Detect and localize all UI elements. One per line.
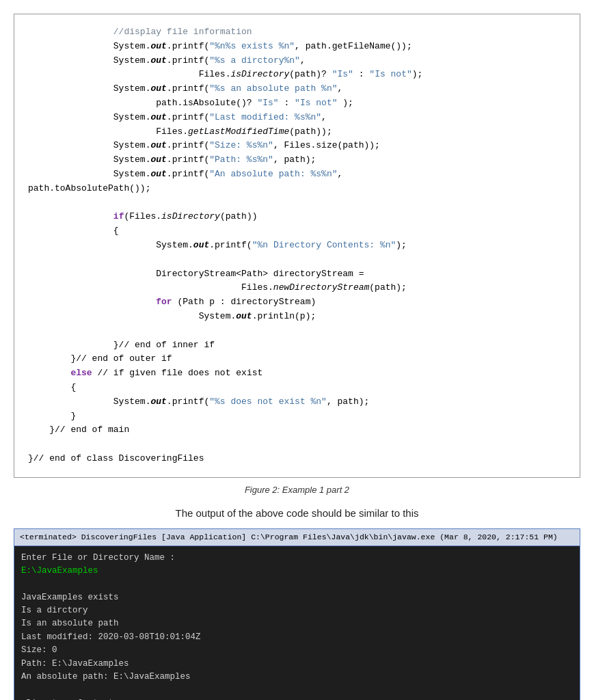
terminal-block: <terminated> DiscoveringFiles [Java Appl… [14, 528, 580, 700]
code-block: //display file information System.out.pr… [14, 14, 580, 478]
description-text: The output of the above code should be s… [14, 507, 580, 519]
terminal-header: <terminated> DiscoveringFiles [Java Appl… [14, 529, 580, 546]
terminal-body: Enter File or Directory Name : E:\JavaEx… [14, 546, 580, 700]
figure-caption: Figure 2: Example 1 part 2 [14, 485, 580, 495]
